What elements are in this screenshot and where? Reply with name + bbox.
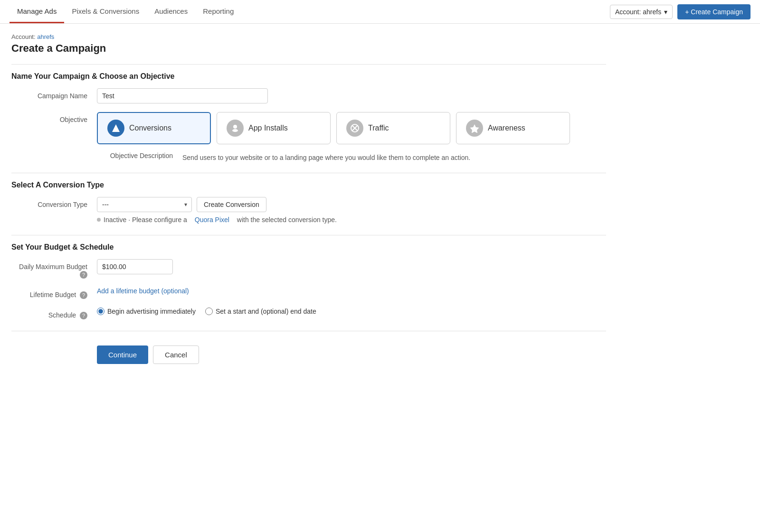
- schedule-row: Schedule ? Begin advertising immediately…: [11, 308, 606, 319]
- breadcrumb-account-link[interactable]: ahrefs: [37, 33, 54, 40]
- conversion-type-label: Conversion Type: [11, 197, 97, 208]
- section-campaign-name-objective: Name Your Campaign & Choose an Objective…: [11, 64, 606, 161]
- app-installs-label: App Installs: [248, 124, 288, 132]
- objective-card-app-installs[interactable]: App Installs: [217, 112, 331, 144]
- schedule-control: Begin advertising immediately Set a star…: [97, 308, 606, 315]
- awareness-label: Awareness: [488, 124, 525, 132]
- quora-pixel-link[interactable]: Quora Pixel: [195, 216, 229, 224]
- schedule-label: Schedule ?: [11, 308, 97, 319]
- status-text-before: Inactive · Please configure a: [104, 216, 187, 224]
- continue-button[interactable]: Continue: [97, 345, 148, 364]
- schedule-immediately-option[interactable]: Begin advertising immediately: [97, 308, 196, 315]
- nav-audiences[interactable]: Audiences: [147, 0, 195, 23]
- daily-budget-control: [97, 259, 606, 274]
- campaign-name-row: Campaign Name: [11, 88, 606, 103]
- nav-pixels-conversions[interactable]: Pixels & Conversions: [64, 0, 147, 23]
- status-row: Inactive · Please configure a Quora Pixe…: [97, 216, 606, 224]
- daily-budget-help-icon[interactable]: ?: [80, 271, 87, 279]
- page-title: Create a Campaign: [11, 42, 606, 55]
- footer-divider: [11, 331, 606, 331]
- app-installs-icon: [227, 120, 244, 137]
- nav-right: Account: ahrefs ▾ + Create Campaign: [610, 4, 750, 19]
- section-3-title: Set Your Budget & Schedule: [11, 243, 606, 252]
- objective-description-row: Objective Description Send users to your…: [97, 152, 606, 161]
- account-label: Account: ahrefs: [615, 8, 661, 16]
- conversion-type-select-container: ---: [97, 197, 192, 212]
- conversion-type-wrapper: --- Create Conversion: [97, 197, 606, 212]
- conversion-type-control: --- Create Conversion Inactive · Please …: [97, 197, 606, 224]
- schedule-radio-group: Begin advertising immediately Set a star…: [97, 308, 606, 315]
- campaign-name-control: [97, 88, 606, 103]
- objective-description-text: Send users to your website or to a landi…: [182, 154, 606, 161]
- objective-card-traffic[interactable]: Traffic: [336, 112, 450, 144]
- conversion-type-select[interactable]: ---: [97, 197, 192, 212]
- objective-row: Objective Conversions: [11, 112, 606, 161]
- account-selector[interactable]: Account: ahrefs ▾: [610, 5, 673, 19]
- section-1-title: Name Your Campaign & Choose an Objective: [11, 72, 606, 81]
- schedule-start-end-label: Set a start and (optional) end date: [216, 308, 316, 315]
- create-conversion-button[interactable]: Create Conversion: [197, 197, 266, 212]
- breadcrumb: Account: ahrefs: [11, 33, 606, 40]
- page-content: Account: ahrefs Create a Campaign Name Y…: [0, 24, 618, 373]
- objective-card-awareness[interactable]: Awareness: [456, 112, 570, 144]
- svg-point-2: [232, 129, 238, 132]
- awareness-icon: [466, 120, 483, 137]
- objective-card-conversions[interactable]: Conversions: [97, 112, 211, 144]
- status-text-after: with the selected conversion type.: [237, 216, 337, 224]
- nav-manage-ads[interactable]: Manage Ads: [10, 0, 64, 23]
- traffic-label: Traffic: [368, 124, 389, 132]
- form-footer: Continue Cancel: [11, 345, 606, 364]
- chevron-down-icon: ▾: [664, 8, 667, 16]
- daily-budget-input[interactable]: [97, 259, 173, 274]
- lifetime-budget-link[interactable]: Add a lifetime budget (optional): [97, 287, 189, 295]
- campaign-name-label: Campaign Name: [11, 88, 97, 100]
- section-budget-schedule: Set Your Budget & Schedule Daily Maximum…: [11, 235, 606, 319]
- schedule-start-end-option[interactable]: Set a start and (optional) end date: [205, 308, 316, 315]
- lifetime-budget-label: Lifetime Budget ?: [11, 287, 97, 299]
- svg-marker-6: [470, 124, 479, 133]
- objective-grid: Conversions App Installs: [97, 112, 606, 144]
- create-campaign-button[interactable]: + Create Campaign: [677, 4, 750, 19]
- objective-description-label: Objective Description: [97, 152, 182, 159]
- lifetime-budget-help-icon[interactable]: ?: [80, 291, 87, 299]
- conversions-label: Conversions: [129, 124, 171, 132]
- section-conversion-type: Select A Conversion Type Conversion Type…: [11, 173, 606, 224]
- cancel-button[interactable]: Cancel: [153, 345, 199, 364]
- daily-budget-row: Daily Maximum Budget ?: [11, 259, 606, 279]
- schedule-start-end-radio[interactable]: [205, 308, 213, 315]
- objective-label: Objective: [11, 112, 97, 123]
- section-divider-1: [11, 64, 606, 65]
- section-2-title: Select A Conversion Type: [11, 181, 606, 189]
- conversions-icon: [107, 120, 124, 137]
- schedule-immediately-label: Begin advertising immediately: [107, 308, 196, 315]
- conversion-type-row: Conversion Type --- Create Conversion In…: [11, 197, 606, 224]
- objective-control: Conversions App Installs: [97, 112, 606, 161]
- navigation: Manage Ads Pixels & Conversions Audience…: [0, 0, 760, 24]
- status-dot: [97, 218, 101, 222]
- section-divider-2: [11, 173, 606, 173]
- section-divider-3: [11, 235, 606, 235]
- schedule-help-icon[interactable]: ?: [80, 312, 87, 319]
- lifetime-budget-control: Add a lifetime budget (optional): [97, 287, 606, 295]
- nav-reporting[interactable]: Reporting: [195, 0, 241, 23]
- campaign-name-input[interactable]: [97, 88, 268, 103]
- lifetime-budget-row: Lifetime Budget ? Add a lifetime budget …: [11, 287, 606, 299]
- traffic-icon: [346, 120, 363, 137]
- svg-point-1: [233, 125, 237, 129]
- schedule-immediately-radio[interactable]: [97, 308, 104, 315]
- svg-marker-0: [112, 124, 120, 132]
- daily-budget-label: Daily Maximum Budget ?: [11, 259, 97, 279]
- nav-links: Manage Ads Pixels & Conversions Audience…: [10, 0, 610, 23]
